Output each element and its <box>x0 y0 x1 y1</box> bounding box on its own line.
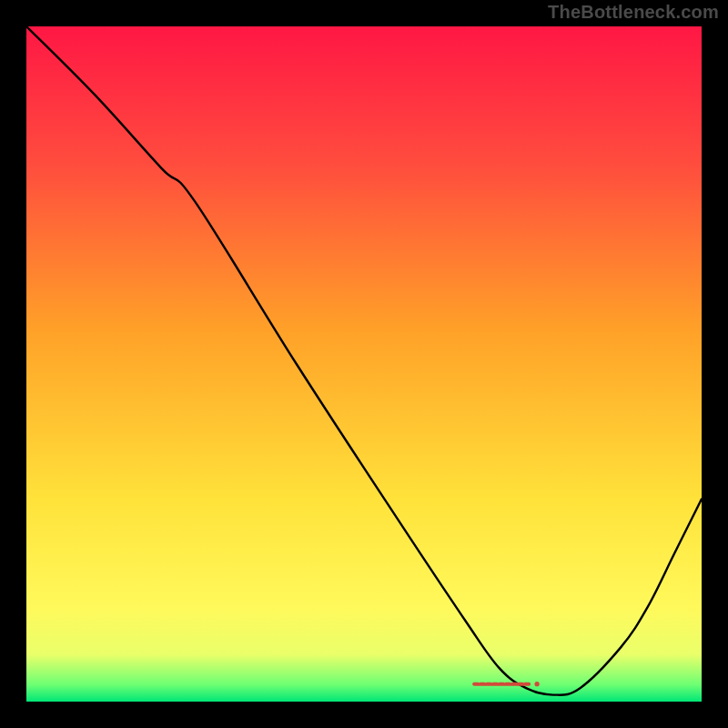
chart-svg <box>26 26 702 702</box>
watermark-text: TheBottleneck.com <box>548 2 719 23</box>
plot-area <box>26 26 702 702</box>
gradient-background <box>26 26 702 702</box>
svg-point-0 <box>535 682 540 686</box>
chart-frame: TheBottleneck.com <box>0 0 728 728</box>
